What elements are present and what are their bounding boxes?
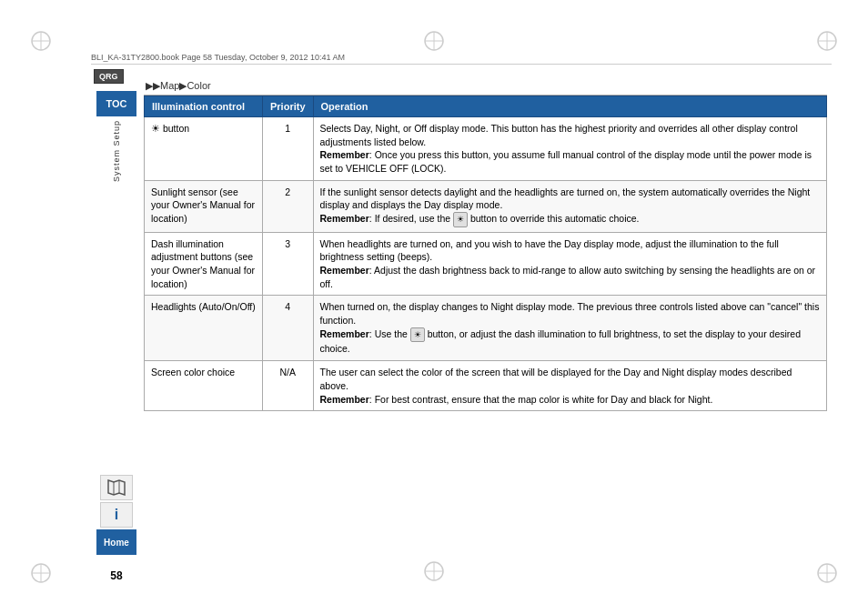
page-number: 58 — [94, 569, 139, 582]
col-header-operation: Operation — [313, 96, 826, 117]
table-row: Dash illumination adjustment buttons (se… — [145, 232, 827, 296]
remember-text-2: : If desired, use the ☀ button to overri… — [369, 213, 640, 224]
toc-button[interactable]: TOC — [96, 91, 136, 116]
breadcrumb: ▶▶Map▶Color — [146, 80, 211, 92]
control-cell-4: Headlights (Auto/On/Off) — [145, 296, 263, 361]
table-row: Headlights (Auto/On/Off) 4 When turned o… — [145, 296, 827, 361]
remember-text-3: : Adjust the dash brightness back to mid… — [320, 265, 816, 289]
table-row: Screen color choice N/A The user can sel… — [145, 361, 827, 411]
col-header-control: Illumination control — [145, 96, 263, 117]
sidebar-bottom-icons: i Home — [94, 475, 139, 555]
corner-mark-tl — [27, 27, 55, 55]
priority-cell-4: 4 — [263, 296, 314, 361]
map-icon[interactable] — [100, 475, 133, 500]
svg-marker-18 — [108, 480, 125, 495]
illumination-table: Illumination control Priority Operation … — [144, 96, 827, 411]
control-cell-1: ☀ button — [145, 117, 263, 181]
operation-cell-2: If the sunlight sensor detects daylight … — [313, 180, 826, 232]
remember-text-5: : For best contrast, ensure that the map… — [369, 394, 713, 405]
remember-text-1: : Once you press this button, you assume… — [320, 149, 812, 174]
info-icon[interactable]: i — [100, 502, 133, 528]
home-button[interactable]: Home — [96, 529, 136, 555]
priority-cell-1: 1 — [263, 117, 314, 181]
control-cell-3: Dash illumination adjustment buttons (se… — [145, 232, 263, 296]
operation-cell-1: Selects Day, Night, or Off display mode.… — [313, 117, 826, 181]
control-cell-2: Sunlight sensor (see your Owner's Manual… — [145, 180, 263, 232]
table-row: ☀ button 1 Selects Day, Night, or Off di… — [145, 117, 827, 181]
remember-text-4: : Use the ☀ button, or adjust the dash i… — [320, 328, 801, 355]
corner-mark-tr — [813, 27, 841, 55]
control-cell-5: Screen color choice — [145, 361, 263, 411]
system-setup-label: System Setup — [112, 120, 121, 182]
corner-mark-bl — [27, 559, 55, 587]
priority-cell-2: 2 — [263, 180, 314, 232]
col-header-priority: Priority — [263, 96, 314, 117]
operation-cell-4: When turned on, the display changes to N… — [313, 296, 826, 361]
operation-cell-3: When headlights are turned on, and you w… — [313, 232, 826, 296]
table-row: Sunlight sensor (see your Owner's Manual… — [145, 180, 827, 232]
priority-cell-5: N/A — [263, 361, 314, 411]
priority-cell-3: 3 — [263, 232, 314, 296]
operation-cell-5: The user can select the color of the scr… — [313, 361, 826, 411]
qrg-button[interactable]: QRG — [94, 69, 124, 84]
main-content: Illumination control Priority Operation … — [144, 96, 827, 569]
filepath-bar: BLI_KA-31TY2800.book Page 58 Tuesday, Oc… — [91, 53, 832, 65]
